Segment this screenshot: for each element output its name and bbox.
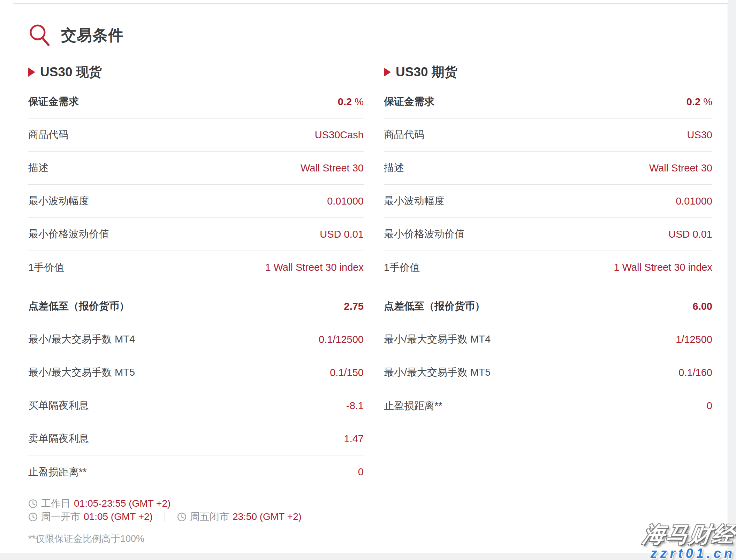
- table-row: 1手价值1 Wall Street 30 index: [28, 251, 364, 284]
- table-row: 最小/最大交易手数 MT40.1/12500: [28, 323, 364, 356]
- row-value: 0.1/12500: [319, 334, 364, 345]
- arrow-right-icon: [28, 68, 35, 77]
- trading-conditions-card: 交易条件 US30 现货 保证金需求0.2 %商品代码US30Cash描述Wal…: [13, 3, 728, 553]
- table-row: 最小价格波动价值USD 0.01: [28, 218, 364, 251]
- hours-time: 01:05-23:55 (GMT +2): [74, 498, 170, 509]
- row-label: 最小/最大交易手数 MT5: [384, 366, 491, 379]
- table-row: 最小波动幅度0.01000: [28, 185, 364, 218]
- row-value: USD 0.01: [668, 229, 712, 240]
- magnifier-icon: [28, 24, 51, 47]
- columns-grid: US30 现货 保证金需求0.2 %商品代码US30Cash描述Wall Str…: [28, 63, 712, 489]
- row-label: 最小/最大交易手数 MT5: [28, 366, 135, 379]
- row-group: 保证金需求0.2 %商品代码US30Cash描述Wall Street 30最小…: [28, 85, 364, 284]
- row-label: 1手价值: [28, 261, 64, 275]
- row-label: 商品代码: [384, 128, 424, 142]
- section-header-futures: US30 期货: [384, 63, 712, 81]
- table-row: 止盈损距离**0: [384, 389, 712, 422]
- page-background-right: [728, 0, 736, 560]
- table-row: 商品代码US30Cash: [28, 118, 364, 152]
- hours-line-open-close: 周一开市 01:05 (GMT +2) 周五闭市 23:50 (GMT +2): [28, 510, 712, 523]
- table-row: 1手价值1 Wall Street 30 index: [384, 251, 712, 284]
- table-row: 点差低至（报价货币）2.75: [28, 290, 364, 323]
- table-row: 止盈损距离**0: [28, 455, 364, 489]
- row-label: 点差低至（报价货币）: [384, 299, 485, 313]
- row-label: 最小波动幅度: [384, 194, 445, 208]
- row-label: 保证金需求: [384, 95, 434, 109]
- row-value: 0: [707, 400, 712, 412]
- row-value: 0.2 %: [686, 96, 712, 108]
- page-background-bottom: [0, 553, 736, 560]
- row-value: 1.47: [344, 433, 364, 445]
- row-group: 点差低至（报价货币）2.75最小/最大交易手数 MT40.1/12500最小/最…: [28, 290, 364, 489]
- row-value: 1 Wall Street 30 index: [614, 262, 712, 273]
- table-row: 保证金需求0.2 %: [28, 85, 364, 118]
- row-group: 保证金需求0.2 %商品代码US30描述Wall Street 30最小波动幅度…: [384, 85, 712, 284]
- row-value: 0.1/160: [678, 367, 712, 378]
- row-label: 1手价值: [384, 261, 420, 275]
- row-value: 0.01000: [327, 195, 364, 207]
- page-title-row: 交易条件: [28, 21, 712, 49]
- page-title: 交易条件: [61, 25, 124, 46]
- table-row: 卖单隔夜利息1.47: [28, 422, 364, 455]
- section-title: US30 期货: [396, 63, 457, 81]
- row-label: 最小价格波动价值: [384, 227, 465, 241]
- row-label: 最小波动幅度: [28, 194, 89, 208]
- row-label: 止盈损距离**: [384, 399, 442, 413]
- row-value-suffix: %: [352, 96, 364, 107]
- row-label: 描述: [384, 161, 404, 175]
- row-value: Wall Street 30: [301, 162, 364, 174]
- clock-icon: [177, 512, 187, 522]
- hours-label: 工作日: [41, 497, 70, 510]
- arrow-right-icon: [384, 68, 391, 77]
- row-value: 1/12500: [676, 334, 712, 345]
- section-title: US30 现货: [40, 63, 102, 81]
- row-label: 保证金需求: [28, 95, 79, 109]
- hours-time: 01:05 (GMT +2): [84, 511, 153, 522]
- table-row: 买单隔夜利息-8.1: [28, 389, 364, 422]
- table-row: 描述Wall Street 30: [384, 152, 712, 185]
- row-label: 卖单隔夜利息: [28, 432, 89, 446]
- table-row: 最小价格波动价值USD 0.01: [384, 218, 712, 251]
- table-row: 最小/最大交易手数 MT50.1/160: [384, 356, 712, 389]
- row-value: 0.2 %: [338, 96, 364, 108]
- hours-label: 周一开市: [41, 510, 80, 523]
- hours-time: 23:50 (GMT +2): [233, 511, 302, 522]
- table-row: 最小/最大交易手数 MT41/12500: [384, 323, 712, 356]
- hours-line-weekday: 工作日 01:05-23:55 (GMT +2): [28, 497, 712, 510]
- vertical-divider: [165, 512, 165, 522]
- row-value: US30: [687, 129, 712, 141]
- clock-icon: [28, 512, 38, 522]
- row-label: 商品代码: [28, 128, 69, 142]
- watermark-url: zzrt01.cn: [643, 547, 735, 560]
- row-label: 最小/最大交易手数 MT4: [28, 332, 135, 346]
- column-us30-futures: US30 期货 保证金需求0.2 %商品代码US30描述Wall Street …: [384, 63, 712, 422]
- column-us30-spot: US30 现货 保证金需求0.2 %商品代码US30Cash描述Wall Str…: [28, 63, 364, 489]
- row-value: US30Cash: [315, 129, 364, 141]
- table-row: 最小波动幅度0.01000: [384, 185, 712, 218]
- row-value: -8.1: [346, 400, 364, 412]
- watermark-brand: 海马财经: [642, 523, 736, 545]
- row-value: 2.75: [344, 301, 364, 312]
- table-row: 描述Wall Street 30: [28, 152, 364, 185]
- row-label: 买单隔夜利息: [28, 399, 89, 413]
- row-group: 点差低至（报价货币）6.00最小/最大交易手数 MT41/12500最小/最大交…: [384, 290, 712, 422]
- watermark: 海马财经 zzrt01.cn: [643, 523, 735, 560]
- row-value: USD 0.01: [320, 229, 364, 240]
- row-value: 1 Wall Street 30 index: [265, 262, 364, 273]
- table-row: 点差低至（报价货币）6.00: [384, 290, 712, 323]
- hours-label: 周五闭市: [190, 510, 229, 523]
- row-label: 点差低至（报价货币）: [28, 299, 129, 313]
- table-row: 保证金需求0.2 %: [384, 85, 712, 118]
- row-value: 0.01000: [676, 195, 712, 207]
- row-label: 止盈损距离**: [28, 465, 87, 479]
- row-value-suffix: %: [700, 96, 712, 107]
- row-value: Wall Street 30: [649, 162, 712, 174]
- row-label: 最小/最大交易手数 MT4: [384, 332, 491, 346]
- row-label: 最小价格波动价值: [28, 227, 109, 241]
- margin-footnote: **仅限保证金比例高于100%: [28, 532, 712, 545]
- trading-hours: 工作日 01:05-23:55 (GMT +2) 周一开市 01:05 (GMT…: [28, 497, 712, 545]
- row-value: 0.1/150: [330, 367, 364, 378]
- row-value: 0: [358, 466, 364, 478]
- row-label: 描述: [28, 161, 48, 175]
- table-row: 商品代码US30: [384, 118, 712, 152]
